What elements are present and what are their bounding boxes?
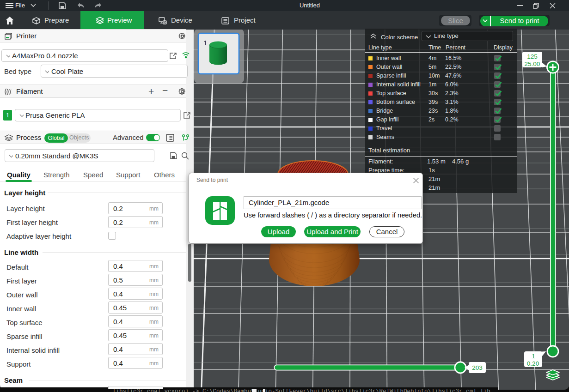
- svg-text:0.20: 0.20: [527, 360, 539, 367]
- svg-text:1: 1: [203, 39, 207, 47]
- svg-text:125: 125: [527, 53, 538, 60]
- svg-text:1: 1: [532, 353, 535, 360]
- svg-text:203: 203: [472, 364, 483, 371]
- svg-text:25.00: 25.00: [525, 60, 540, 67]
